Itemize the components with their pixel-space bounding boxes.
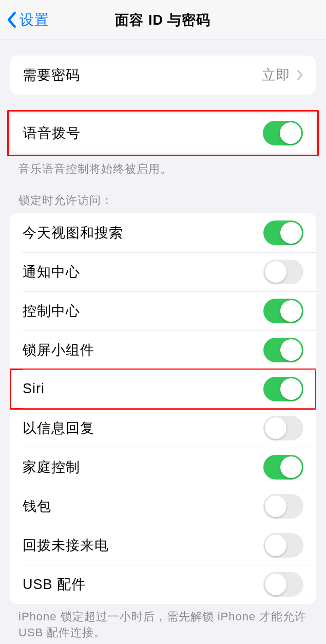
toggle-knob <box>280 122 301 144</box>
lock-access-label: 通知中心 <box>23 263 80 281</box>
toggle-knob <box>280 339 302 361</box>
lock-access-row: 今天视图和搜索 <box>10 213 316 252</box>
lock-access-toggle[interactable] <box>263 377 303 401</box>
chevron-left-icon <box>6 11 16 28</box>
lock-access-row: 钱包 <box>10 487 316 526</box>
toggle-knob <box>265 417 286 439</box>
lock-access-row: 以信息回复 <box>10 409 316 448</box>
require-passcode-value-wrap: 立即 <box>262 66 303 84</box>
lock-access-header: 锁定时允许访问： <box>0 193 326 213</box>
lock-access-toggle[interactable] <box>263 455 303 480</box>
lock-access-toggle[interactable] <box>263 572 303 597</box>
lock-access-group: 今天视图和搜索通知中心控制中心锁屏小组件Siri以信息回复家庭控制钱包回拨未接来… <box>10 213 316 604</box>
lock-access-row: 控制中心 <box>10 291 316 330</box>
voice-dial-highlight: 语音拨号 <box>7 110 319 156</box>
lock-access-toggle[interactable] <box>263 260 303 284</box>
lock-access-row: 通知中心 <box>10 252 316 291</box>
lock-access-label: 回拨未接来电 <box>23 536 109 555</box>
voice-dial-label: 语音拨号 <box>23 124 81 142</box>
voice-dial-toggle[interactable] <box>263 121 303 145</box>
toggle-knob <box>280 456 302 478</box>
lock-access-row: Siri <box>10 370 316 409</box>
lock-access-label: 控制中心 <box>23 302 80 320</box>
lock-access-toggle[interactable] <box>263 220 303 245</box>
require-passcode-value: 立即 <box>262 66 291 84</box>
chevron-right-icon <box>297 69 303 81</box>
require-passcode-group: 需要密码 立即 <box>10 56 316 95</box>
toggle-knob <box>280 222 302 244</box>
require-passcode-label: 需要密码 <box>23 66 80 84</box>
toggle-knob <box>265 574 286 595</box>
lock-access-row: 锁屏小组件 <box>10 330 316 370</box>
lock-access-toggle[interactable] <box>263 338 303 362</box>
lock-access-label: 今天视图和搜索 <box>23 224 123 242</box>
lock-access-toggle[interactable] <box>263 533 303 558</box>
toggle-knob <box>280 300 302 322</box>
toggle-knob <box>265 535 286 556</box>
voice-dial-group: 语音拨号 <box>11 114 315 153</box>
lock-access-label: 锁屏小组件 <box>23 341 94 359</box>
voice-dial-footer: 音乐语音控制将始终被启用。 <box>0 156 326 177</box>
require-passcode-row[interactable]: 需要密码 立即 <box>10 56 316 95</box>
lock-access-row: 家庭控制 <box>10 448 316 487</box>
lock-access-footer: iPhone 锁定超过一小时后，需先解锁 iPhone 才能允许USB 配件连接… <box>0 604 326 641</box>
page-title: 面容 ID 与密码 <box>115 11 210 29</box>
back-button[interactable]: 设置 <box>0 10 49 30</box>
lock-access-toggle[interactable] <box>263 416 303 440</box>
lock-access-row: USB 配件 <box>10 565 316 604</box>
voice-dial-row: 语音拨号 <box>11 114 315 153</box>
lock-access-row: 回拨未接来电 <box>10 526 316 565</box>
lock-access-label: 以信息回复 <box>23 419 94 437</box>
lock-access-label: USB 配件 <box>23 575 86 594</box>
navigation-bar: 设置 面容 ID 与密码 <box>0 0 326 40</box>
lock-access-label: 家庭控制 <box>23 458 80 476</box>
lock-access-toggle[interactable] <box>263 299 303 323</box>
back-label: 设置 <box>20 10 49 30</box>
toggle-knob <box>265 261 286 283</box>
lock-access-label: 钱包 <box>23 497 51 516</box>
toggle-knob <box>265 495 286 517</box>
lock-access-label: Siri <box>23 381 45 397</box>
lock-access-toggle[interactable] <box>263 494 303 519</box>
toggle-knob <box>280 378 302 400</box>
